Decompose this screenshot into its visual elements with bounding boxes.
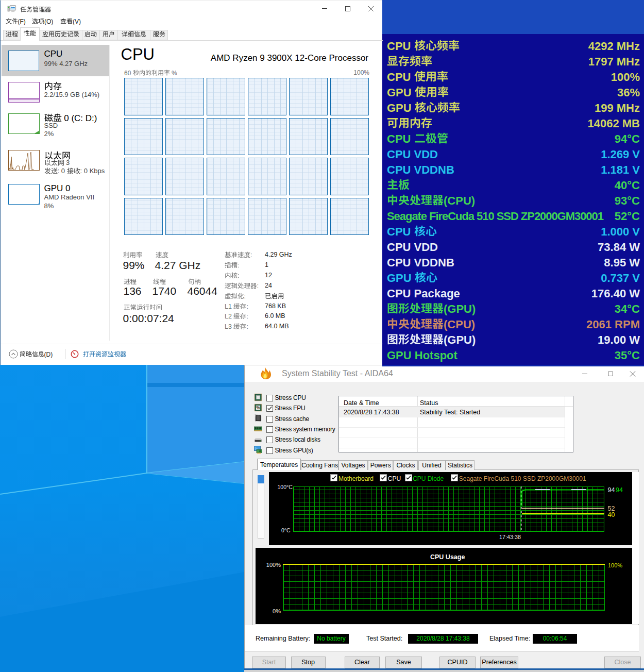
svg-text:%: %	[256, 405, 260, 410]
